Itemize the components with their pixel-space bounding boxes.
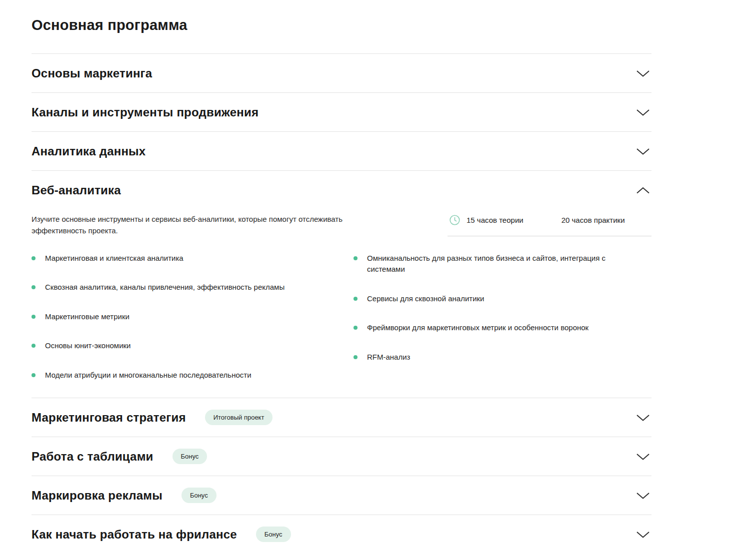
bonus-badge: Бонус [182,488,216,503]
section-web-analytics-body: Изучите основные инструменты и сервисы в… [32,213,652,398]
hours-info: 15 часов теории 20 часов практики [448,213,652,236]
bullet-dot-icon [354,355,358,359]
bonus-badge: Бонус [256,527,291,542]
section-web-analytics: Веб-аналитика Изучите основные инструмен… [32,171,652,398]
topic-label: Маркетинговая и клиентская аналитика [45,253,184,264]
section-marketing-basics-header[interactable]: Основы маркетинга [32,54,652,92]
section-channels-tools-header[interactable]: Каналы и инструменты продвижения [32,93,652,131]
final-project-badge: Итоговый проект [205,410,273,425]
list-item: Сервисы для сквозной аналитики [354,293,627,305]
bullet-dot-icon [354,256,358,260]
topic-label: Маркетинговые метрики [45,311,130,323]
section-ad-labeling-header[interactable]: Маркировка рекламы Бонус [32,476,652,515]
bonus-badge: Бонус [172,449,208,464]
bullet-dot-icon [32,315,36,319]
section-marketing-strategy-header[interactable]: Маркетинговая стратегия Итоговый проект [32,398,652,437]
section-title: Аналитика данных [32,144,146,158]
topic-label: Основы юнит-экономики [45,340,130,352]
bullet-dot-icon [32,285,36,289]
program-container: Основная программа Основы маркетинга Кан… [32,0,652,554]
chevron-down-icon[interactable] [636,453,650,461]
list-item: Фреймворки для маркетинговых метрик и ос… [354,322,627,334]
topic-label: RFM-анализ [367,352,410,363]
topic-label: Сквозная аналитика, каналы привлечения, … [45,282,284,293]
section-freelance-header[interactable]: Как начать работать на фрилансе Бонус [32,515,652,554]
section-marketing-strategy: Маркетинговая стратегия Итоговый проект [32,398,652,437]
bullet-dot-icon [32,373,36,377]
section-spreadsheets-header[interactable]: Работа с таблицами Бонус [32,437,652,476]
section-web-analytics-header[interactable]: Веб-аналитика [32,171,652,209]
topic-label: Сервисы для сквозной аналитики [367,293,484,305]
topic-label: Омниканальность для разных типов бизнеса… [367,253,627,275]
bullet-dot-icon [32,256,36,260]
section-title: Как начать работать на фрилансе [32,528,237,542]
section-spreadsheets: Работа с таблицами Бонус [32,437,652,476]
section-title: Веб-аналитика [32,183,121,197]
topics-column-right: Омниканальность для разных типов бизнеса… [354,253,627,381]
list-item: Основы юнит-экономики [32,340,354,352]
topics-column-left: Маркетинговая и клиентская аналитика Скв… [32,253,354,381]
chevron-down-icon[interactable] [636,108,650,116]
chevron-down-icon[interactable] [636,147,650,155]
chevron-down-icon[interactable] [636,69,650,77]
section-title: Работа с таблицами [32,450,154,464]
chevron-up-icon[interactable] [636,186,650,194]
bullet-dot-icon [354,297,358,301]
section-title: Каналы и инструменты продвижения [32,105,258,119]
section-data-analytics-header[interactable]: Аналитика данных [32,132,652,170]
chevron-down-icon[interactable] [636,531,650,539]
section-data-analytics: Аналитика данных [32,132,652,171]
list-item: Сквозная аналитика, каналы привлечения, … [32,282,354,293]
list-item: RFM-анализ [354,352,627,363]
section-freelance: Как начать работать на фрилансе Бонус [32,515,652,554]
section-channels-tools: Каналы и инструменты продвижения [32,93,652,132]
list-item: Маркетинговые метрики [32,311,354,323]
section-title: Маркетинговая стратегия [32,411,186,425]
topic-label: Модели атрибуции и многоканальные послед… [45,370,252,381]
topic-label: Фреймворки для маркетинговых метрик и ос… [367,322,588,334]
theory-hours: 15 часов теории [466,216,524,224]
section-title: Основы маркетинга [32,66,152,80]
bullet-dot-icon [32,344,36,348]
section-description: Изучите основные инструменты и сервисы в… [32,213,382,237]
list-item: Маркетинговая и клиентская аналитика [32,253,354,264]
topics-list: Маркетинговая и клиентская аналитика Скв… [32,253,652,381]
page-title: Основная программа [32,0,652,33]
section-ad-labeling: Маркировка рекламы Бонус [32,476,652,515]
list-item: Модели атрибуции и многоканальные послед… [32,370,354,381]
section-title: Маркировка рекламы [32,489,162,503]
practice-hours: 20 часов практики [562,216,625,224]
program-accordion: Основы маркетинга Каналы и инструменты п… [32,53,652,554]
section-marketing-basics: Основы маркетинга [32,54,652,93]
list-item: Омниканальность для разных типов бизнеса… [354,253,627,275]
clock-icon [450,215,460,225]
chevron-down-icon[interactable] [636,414,650,422]
bullet-dot-icon [354,326,358,330]
chevron-down-icon[interactable] [636,492,650,500]
